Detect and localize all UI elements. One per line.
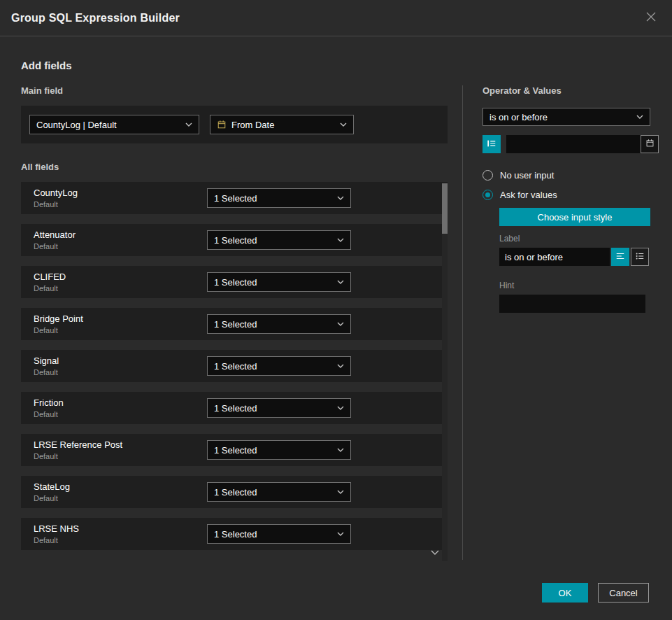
input-style-single-button[interactable] (611, 248, 629, 266)
dialog-title: Group SQL Expression Builder (11, 12, 180, 24)
value-list-toggle-button[interactable] (482, 135, 501, 153)
close-icon (646, 12, 656, 24)
field-row: Bridge Point Default 1 Selected (21, 308, 448, 340)
value-date-field (506, 135, 659, 153)
field-values-select[interactable]: 1 Selected (207, 356, 351, 376)
field-values-select[interactable]: 1 Selected (207, 188, 351, 208)
field-values-select-value: 1 Selected (214, 277, 257, 288)
field-row: CountyLog Default 1 Selected (21, 182, 448, 214)
label-input-row (499, 248, 650, 266)
field-row: Signal Default 1 Selected (21, 350, 448, 382)
chevron-down-icon (337, 406, 344, 410)
no-user-input-label: No user input (500, 170, 554, 181)
field-values-select[interactable]: 1 Selected (207, 314, 351, 334)
add-fields-title: Add fields (21, 59, 72, 71)
close-button[interactable] (641, 8, 661, 28)
main-field-select-value: From Date (231, 120, 274, 130)
calendar-icon (645, 139, 655, 150)
scroll-down-chevron-icon[interactable] (431, 550, 439, 556)
hint-caption: Hint (499, 281, 650, 290)
ask-for-values-options: Choose input style Label Hint (499, 208, 650, 313)
field-row: CLIFED Default 1 Selected (21, 266, 448, 298)
layer-select[interactable]: CountyLog | Default (29, 115, 199, 134)
field-values-select-value: 1 Selected (214, 403, 257, 414)
main-field-select[interactable]: From Date (210, 115, 354, 134)
chevron-down-icon (337, 196, 344, 200)
radio-unselected-icon (482, 170, 493, 181)
field-values-select-value: 1 Selected (214, 193, 257, 204)
chevron-down-icon (337, 322, 344, 326)
fields-column: Main field CountyLog | Default From Date… (21, 85, 448, 560)
layer-select-value: CountyLog | Default (36, 120, 117, 130)
bulleted-list-icon (635, 251, 645, 263)
field-values-select[interactable]: 1 Selected (207, 524, 351, 544)
choose-input-style-button[interactable]: Choose input style (499, 208, 650, 226)
field-values-select[interactable]: 1 Selected (207, 482, 351, 502)
chevron-down-icon (337, 364, 344, 368)
cancel-button[interactable]: Cancel (598, 583, 649, 603)
list-lines-icon (487, 139, 496, 150)
field-values-select[interactable]: 1 Selected (207, 272, 351, 292)
ok-button[interactable]: OK (542, 583, 588, 603)
fields-scrollbar[interactable] (442, 183, 448, 561)
hint-input[interactable] (499, 295, 645, 313)
scrollbar-thumb[interactable] (442, 183, 448, 234)
all-fields-list: CountyLog Default 1 Selected Attenuator … (21, 182, 448, 550)
chevron-down-icon (337, 238, 344, 242)
chevron-down-icon (337, 532, 344, 536)
align-left-icon (615, 251, 625, 263)
field-values-select-value: 1 Selected (214, 445, 257, 456)
date-picker-button[interactable] (641, 135, 659, 153)
label-caption: Label (499, 234, 650, 244)
ask-for-values-radio[interactable]: Ask for values (482, 190, 650, 200)
dialog-titlebar: Group SQL Expression Builder (0, 0, 672, 36)
vertical-divider (462, 85, 463, 560)
chevron-down-icon (636, 115, 643, 119)
field-values-select-value: 1 Selected (214, 487, 257, 498)
chevron-down-icon (337, 280, 344, 284)
operator-select-value: is on or before (489, 112, 548, 122)
field-values-select-value: 1 Selected (214, 319, 257, 330)
chevron-down-icon (185, 122, 192, 127)
operator-values-title: Operator & Values (482, 85, 650, 96)
field-values-select[interactable]: 1 Selected (207, 398, 351, 418)
main-field-label: Main field (21, 85, 448, 96)
main-field-panel: CountyLog | Default From Date (21, 106, 448, 143)
value-input-row (482, 135, 650, 153)
calendar-icon (217, 120, 227, 129)
field-values-select-value: 1 Selected (214, 529, 257, 540)
dialog-footer: OK Cancel (542, 583, 649, 603)
field-values-select[interactable]: 1 Selected (207, 230, 351, 250)
field-row: StateLog Default 1 Selected (21, 476, 448, 508)
radio-selected-icon (482, 190, 493, 200)
ask-for-values-label: Ask for values (500, 190, 557, 200)
label-input[interactable] (499, 248, 610, 266)
field-row: Friction Default 1 Selected (21, 392, 448, 424)
field-values-select[interactable]: 1 Selected (207, 440, 351, 460)
field-row: LRSE NHS Default 1 Selected (21, 518, 448, 550)
field-row: Attenuator Default 1 Selected (21, 224, 448, 256)
field-row: LRSE Reference Post Default 1 Selected (21, 434, 448, 466)
value-date-input[interactable] (506, 135, 641, 153)
input-style-list-button[interactable] (631, 248, 649, 266)
chevron-down-icon (337, 490, 344, 494)
chevron-down-icon (337, 448, 344, 452)
field-values-select-value: 1 Selected (214, 361, 257, 372)
all-fields-label: All fields (21, 162, 448, 172)
operator-select[interactable]: is on or before (482, 108, 650, 126)
field-values-select-value: 1 Selected (214, 235, 257, 246)
chevron-down-icon (340, 122, 347, 127)
operator-values-panel: Operator & Values is on or before No use… (482, 85, 650, 313)
no-user-input-radio[interactable]: No user input (482, 170, 650, 181)
